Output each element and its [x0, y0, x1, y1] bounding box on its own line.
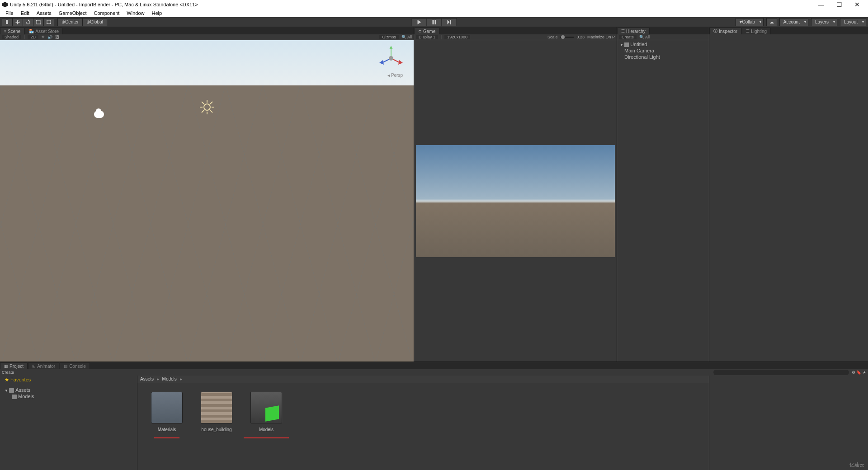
play-button[interactable] [412, 18, 427, 26]
hand-tool-button[interactable] [2, 18, 13, 26]
layout-dropdown[interactable]: Layout [840, 18, 866, 26]
menu-component[interactable]: Component [90, 10, 123, 16]
tree-models-label: Models [18, 394, 34, 399]
svg-rect-2 [36, 20, 37, 21]
menu-file[interactable]: File [2, 10, 17, 16]
svg-rect-1 [37, 20, 40, 24]
tab-inspector[interactable]: ⓘInspector [709, 28, 741, 34]
hierarchy-search-ph: All [645, 35, 650, 39]
scene-panel: ⌗Scene 🏪Asset Store Shaded | 2D ☀ 🔊 🖼 Gi… [0, 27, 414, 362]
step-button[interactable] [442, 18, 457, 26]
cloud-button[interactable]: ☁ [766, 18, 777, 26]
tab-lighting-label: Lighting [751, 29, 767, 34]
pivot-toggle[interactable]: ⊕ Center [57, 18, 83, 26]
svg-point-6 [50, 20, 51, 21]
project-filter-icons[interactable]: ⚙ 🔖 ★ [852, 370, 866, 375]
tree-models[interactable]: Models [0, 393, 137, 400]
close-button[interactable]: ✕ [848, 1, 866, 8]
svg-line-25 [210, 110, 212, 113]
hierarchy-search[interactable]: 🔍 All [639, 35, 650, 39]
game-scale-slider[interactable] [560, 37, 574, 38]
tab-asset-store[interactable]: 🏪Asset Store [25, 28, 63, 34]
asset-item-materials[interactable]: Materials [146, 392, 187, 464]
hierarchy-scene-root[interactable]: Untitled [617, 41, 709, 47]
menu-edit[interactable]: Edit [17, 10, 33, 16]
menu-gameobject[interactable]: GameObject [55, 10, 90, 16]
hierarchy-create-dropdown[interactable]: Create [619, 35, 637, 39]
project-toolbar: Create ⚙ 🔖 ★ [0, 369, 868, 376]
menu-bar: File Edit Assets GameObject Component Wi… [0, 9, 868, 17]
collab-dropdown[interactable]: ▾ Collab [736, 18, 763, 26]
tab-console-label: Console [69, 364, 86, 369]
hierarchy-list: Untitled Main Camera Directional Light [617, 40, 709, 362]
main-toolbar: ⊕ Center ⊕ Global ▾ Collab ☁ Account Lay… [0, 17, 868, 27]
tree-assets-label: Assets [15, 387, 30, 393]
account-dropdown[interactable]: Account [779, 18, 808, 26]
annotation-underline [244, 437, 289, 438]
game-resolution-dropdown[interactable]: 1920x1080 [444, 35, 470, 39]
svg-rect-11 [450, 20, 451, 24]
hierarchy-item-main-camera[interactable]: Main Camera [617, 47, 709, 54]
project-icon: ▦ [4, 364, 8, 368]
breadcrumb-models[interactable]: Models [162, 376, 177, 381]
menu-window[interactable]: Window [123, 10, 148, 16]
menu-help[interactable]: Help [148, 10, 165, 16]
tree-favorites[interactable]: Favorites [0, 376, 137, 383]
svg-rect-10 [435, 20, 436, 24]
rect-tool-button[interactable] [43, 18, 54, 26]
layers-dropdown[interactable]: Layers [811, 18, 837, 26]
asset-item-house-building[interactable]: house_building [196, 392, 237, 464]
orientation-gizmo-icon[interactable] [377, 45, 405, 72]
tab-animator[interactable]: ⊞Animator [28, 362, 59, 369]
svg-rect-3 [40, 24, 41, 24]
scene-viewport[interactable]: ◂ Persp [0, 40, 414, 362]
camera-gizmo-icon[interactable] [94, 111, 104, 118]
folder-thumb-icon [151, 392, 183, 423]
tab-game-label: Game [423, 29, 435, 34]
tab-scene[interactable]: ⌗Scene [0, 28, 24, 34]
svg-marker-17 [379, 60, 384, 65]
folder-icon [12, 395, 17, 399]
svg-marker-15 [398, 60, 403, 65]
game-maximize-toggle[interactable]: Maximize On P [587, 35, 615, 39]
tab-hierarchy[interactable]: ☷Hierarchy [617, 28, 650, 34]
move-tool-button[interactable] [12, 18, 23, 26]
scene-fx-toggle[interactable]: 🖼 [55, 35, 59, 39]
tab-lighting[interactable]: ☰Lighting [742, 28, 771, 34]
tree-assets[interactable]: Assets [0, 387, 137, 393]
scene-audio-toggle[interactable]: 🔊 [47, 35, 52, 39]
maximize-button[interactable]: ☐ [830, 1, 848, 8]
scene-gizmos-dropdown[interactable]: Gizmos [379, 35, 399, 39]
asset-label: Models [259, 427, 274, 432]
rotate-tool-button[interactable] [23, 18, 33, 26]
project-search[interactable] [713, 370, 849, 375]
tab-project[interactable]: ▦Project [0, 362, 28, 369]
hierarchy-item-directional-light[interactable]: Directional Light [617, 54, 709, 60]
pause-button[interactable] [427, 18, 442, 26]
directional-light-gizmo-icon[interactable] [199, 99, 215, 115]
collab-label: Collab [742, 19, 755, 24]
scene-light-toggle[interactable]: ☀ [41, 35, 45, 39]
scene-shading-dropdown[interactable]: Shaded [2, 35, 21, 39]
project-create-dropdown[interactable]: Create [2, 370, 14, 375]
scene-search[interactable]: 🔍 All [401, 35, 412, 39]
minimize-button[interactable]: — [812, 1, 830, 8]
tab-game[interactable]: ⊂Game [414, 28, 439, 34]
window-title: Unity 5.6.2f1 (64bit) - Untitled - Impor… [10, 2, 812, 7]
asset-item-models[interactable]: Models [246, 392, 287, 464]
svg-point-7 [47, 23, 47, 24]
tab-console[interactable]: ▤Console [60, 362, 90, 369]
breadcrumb-assets[interactable]: Assets [140, 376, 154, 381]
pivot-label: Center [65, 19, 79, 24]
menu-assets[interactable]: Assets [33, 10, 55, 16]
space-toggle[interactable]: ⊕ Global [82, 18, 107, 26]
scene-search-ph: All [407, 35, 412, 39]
scale-tool-button[interactable] [33, 18, 44, 26]
game-display-dropdown[interactable]: Display 1 [416, 35, 438, 39]
project-breadcrumb: Assets ▸ Models ▸ [137, 376, 709, 383]
game-viewport[interactable] [414, 40, 617, 362]
scene-2d-toggle[interactable]: 2D [28, 35, 38, 39]
svg-point-5 [47, 20, 47, 21]
inspector-panel: ⓘInspector ☰Lighting [709, 27, 868, 362]
tab-inspector-label: Inspector [719, 29, 737, 34]
